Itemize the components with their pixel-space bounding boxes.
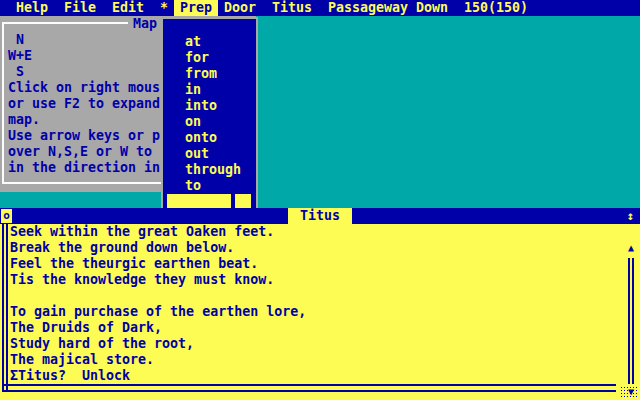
map-help-text: in the direction in [8,160,160,176]
map-help-text: over N,S,E or W to [8,144,152,160]
prep-option-out[interactable]: out [167,146,231,162]
compass-south[interactable]: S [8,64,24,80]
scroll-up-icon[interactable]: ▲ [624,240,638,256]
prep-option-in[interactable]: in [167,82,231,98]
prep-option-for[interactable]: for [167,50,231,66]
menu-bar: Help File Edit * Prep Door Titus Passage… [0,0,640,16]
prep-option-through[interactable]: through [167,162,231,178]
story-text-line: Feel the theurgic earthen beat. [10,256,258,272]
prep-option-onto[interactable]: onto [167,130,231,146]
resize-grip[interactable] [620,386,638,398]
titus-window: o Titus ↕ Seek within the great Oaken fe… [0,208,640,400]
scrollbar-track[interactable] [628,258,634,384]
compass-west-east[interactable]: W+E [8,48,32,64]
window-bottom-border [2,384,616,392]
story-text-line: The Druids of Dark, [10,320,162,336]
prep-option-on[interactable]: on [167,114,231,130]
story-text-line: Tis the knowledge they must know. [10,272,274,288]
story-text-line: Study hard of the root, [10,336,194,352]
score-turns-indicator: 150(150) [464,0,528,16]
vertical-scrollbar[interactable]: ▲ ▼ [624,224,638,384]
prep-option-to[interactable]: to [167,178,231,194]
menu-item-passageway-down[interactable]: Passageway Down [328,0,448,16]
story-text-line: Break the ground down below. [10,240,234,256]
menu-item-prep[interactable]: Prep [174,0,218,16]
story-text-line: The majical store. [10,352,154,368]
menu-item-asterisk[interactable]: * [160,0,168,16]
story-text-line: To gain purchase of the earthen lore, [10,304,306,320]
resize-icon[interactable]: ↕ [627,208,634,224]
prep-option-from[interactable]: from [167,66,231,82]
prep-dropdown-menu: at for from in into on onto out through … [161,17,258,214]
prep-option-at[interactable]: at [167,34,231,50]
menu-item-titus[interactable]: Titus [272,0,312,16]
menu-item-file[interactable]: File [64,0,96,16]
menu-item-help[interactable]: Help [16,0,48,16]
map-help-text: map. [8,112,40,128]
menu-item-edit[interactable]: Edit [112,0,144,16]
game-screen: Help File Edit * Prep Door Titus Passage… [0,0,640,400]
map-help-text: Click on right mous [8,80,160,96]
close-icon[interactable]: o [1,209,12,223]
compass-north[interactable]: N [8,32,24,48]
map-window-title: Map [128,16,162,32]
prep-option-into[interactable]: into [167,98,231,114]
window-left-border [2,224,8,392]
titus-title-bar[interactable]: o Titus ↕ [0,208,640,224]
story-text-line: Seek within the great Oaken feet. [10,224,274,240]
command-input-line[interactable]: ΣTitus? Unlock [10,368,130,384]
titus-window-title[interactable]: Titus [288,208,352,224]
map-help-text: or use F2 to expand [8,96,160,112]
menu-item-door[interactable]: Door [224,0,256,16]
map-help-text: Use arrow keys or p [8,128,160,144]
